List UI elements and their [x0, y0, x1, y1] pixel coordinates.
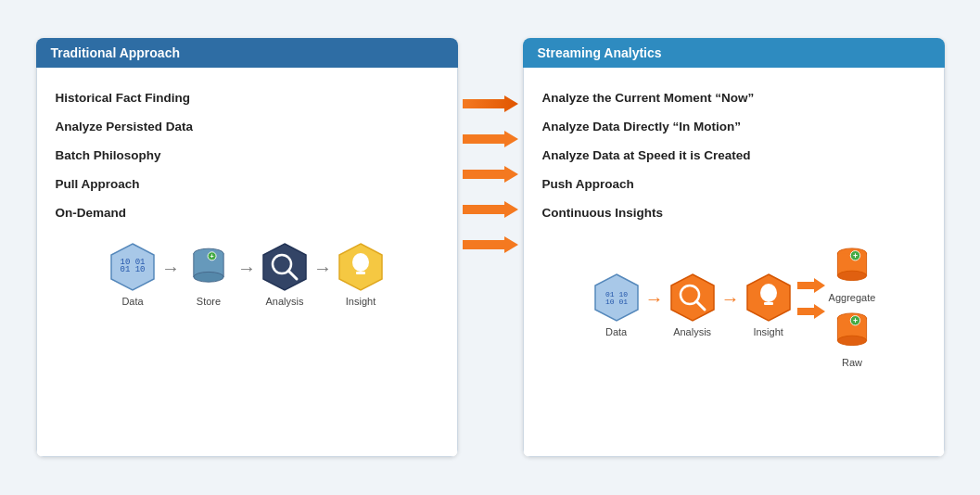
- svg-rect-18: [358, 278, 363, 280]
- stream-flow-analysis: Analysis: [668, 273, 718, 337]
- streaming-flow: 01 10 10 01 Data →: [542, 242, 925, 368]
- flow-insight: Insight: [336, 242, 386, 307]
- svg-point-5: [194, 273, 223, 283]
- trad-item-1: Historical Fact Finding: [56, 84, 439, 113]
- streaming-header: Streaming Analytics: [523, 38, 945, 68]
- arrow-5: [458, 227, 523, 262]
- svg-text:+: +: [853, 252, 858, 261]
- aggregate-item: + Aggregate: [829, 242, 876, 303]
- insight-hex-icon: [336, 242, 386, 292]
- flow-analysis: Analysis: [260, 242, 310, 307]
- raw-label: Raw: [842, 357, 862, 368]
- svg-rect-16: [356, 272, 365, 274]
- svg-rect-34: [766, 309, 771, 311]
- split-arrow-bottom: [797, 300, 825, 323]
- svg-marker-35: [797, 278, 825, 293]
- stream-flow-data: 01 10 10 01 Data: [592, 273, 642, 337]
- traditional-items: Historical Fact Finding Analyze Persiste…: [56, 84, 439, 227]
- stream-analysis-hex-icon: [668, 273, 718, 323]
- traditional-body: Historical Fact Finding Analyze Persiste…: [36, 68, 458, 457]
- data-hex-icon: 01 10 10 01: [108, 242, 158, 292]
- streaming-items: Analyze the Current Moment “Now” Analyze…: [542, 84, 925, 227]
- svg-marker-27: [671, 274, 714, 321]
- arrow-2: [458, 121, 523, 157]
- stream-item-3: Analyze Data at Speed it is Created: [542, 142, 925, 171]
- flow-store-label: Store: [197, 296, 221, 307]
- aggregate-label: Aggregate: [829, 292, 876, 303]
- svg-rect-32: [764, 302, 773, 305]
- raw-db-icon: +: [829, 307, 875, 355]
- arrow-svg-2: [463, 129, 518, 149]
- svg-point-31: [760, 284, 777, 302]
- traditional-panel: Traditional Approach Historical Fact Fin…: [36, 38, 458, 457]
- traditional-flow: 01 10 10 01 Data →: [56, 242, 439, 307]
- svg-text:+: +: [853, 317, 858, 326]
- trad-item-2: Analyze Persisted Data: [56, 113, 439, 142]
- arrows-column: [458, 38, 523, 262]
- flow-data: 01 10 10 01 Data: [108, 242, 158, 307]
- svg-marker-19: [463, 95, 518, 112]
- flow-arrow-2: →: [237, 258, 256, 279]
- stream-item-1: Analyze the Current Moment “Now”: [542, 84, 925, 113]
- analysis-hex-icon: [260, 242, 310, 292]
- trad-item-4: Pull Approach: [56, 171, 439, 199]
- stream-flow-data-label: Data: [605, 326, 627, 337]
- svg-point-46: [837, 336, 866, 346]
- flow-insight-label: Insight: [346, 296, 375, 307]
- svg-text:10 01: 10 01: [605, 298, 628, 306]
- svg-point-15: [352, 253, 369, 272]
- arrow-svg-3: [463, 164, 518, 184]
- stream-item-5: Continuous Insights: [542, 199, 925, 228]
- flow-data-label: Data: [121, 296, 143, 307]
- flow-arrow-3: →: [313, 258, 332, 279]
- svg-marker-36: [797, 304, 825, 319]
- stream-flow-arrow-2: →: [721, 288, 740, 310]
- arrow-1: [458, 86, 523, 121]
- svg-marker-23: [463, 236, 518, 253]
- svg-marker-22: [463, 201, 518, 218]
- arrow-svg-1: [463, 94, 518, 114]
- svg-marker-20: [463, 131, 518, 147]
- streaming-body: Analyze the Current Moment “Now” Analyze…: [523, 68, 945, 457]
- traditional-panel-wrapper: Traditional Approach Historical Fact Fin…: [36, 38, 458, 457]
- raw-item: + Raw: [829, 307, 875, 368]
- svg-rect-17: [357, 275, 364, 277]
- arrow-4: [458, 192, 523, 227]
- stream-insight-hex-icon: [744, 273, 794, 323]
- svg-marker-11: [263, 244, 306, 290]
- split-arrows: [797, 274, 825, 323]
- trad-item-3: Batch Philosophy: [56, 142, 439, 171]
- svg-point-39: [837, 272, 866, 281]
- store-hex-icon: + +: [184, 242, 234, 292]
- trad-item-5: On-Demand: [56, 199, 439, 228]
- flow-store: + + Store: [184, 242, 234, 307]
- stream-item-2: Analyze Data Directly “In Motion”: [542, 113, 925, 142]
- traditional-header: Traditional Approach: [36, 38, 458, 68]
- aggregate-db-icon: +: [829, 242, 875, 290]
- svg-marker-21: [463, 166, 518, 183]
- layout: Traditional Approach Historical Fact Fin…: [36, 38, 945, 457]
- svg-rect-33: [765, 306, 772, 308]
- arrow-3: [458, 157, 523, 192]
- svg-text:+: +: [210, 252, 213, 260]
- main-container: Traditional Approach Historical Fact Fin…: [18, 19, 963, 476]
- streaming-panel-wrapper: Streaming Analytics Analyze the Current …: [523, 38, 945, 457]
- flow-analysis-label: Analysis: [266, 296, 304, 307]
- split-column: + Aggregate: [829, 242, 876, 368]
- streaming-panel: Streaming Analytics Analyze the Current …: [523, 38, 945, 457]
- stream-flow-insight: Insight: [744, 273, 794, 337]
- stream-data-hex-icon: 01 10 10 01: [592, 273, 642, 323]
- stream-flow-arrow-1: →: [645, 288, 664, 310]
- stream-flow-insight-label: Insight: [753, 326, 783, 337]
- flow-arrow-1: →: [161, 258, 180, 279]
- svg-text:10 01: 10 01: [120, 258, 145, 267]
- split-arrow-top: [797, 274, 825, 297]
- arrow-svg-5: [463, 235, 518, 255]
- arrow-svg-4: [463, 199, 518, 220]
- stream-item-4: Push Approach: [542, 171, 925, 199]
- stream-flow-analysis-label: Analysis: [673, 326, 711, 337]
